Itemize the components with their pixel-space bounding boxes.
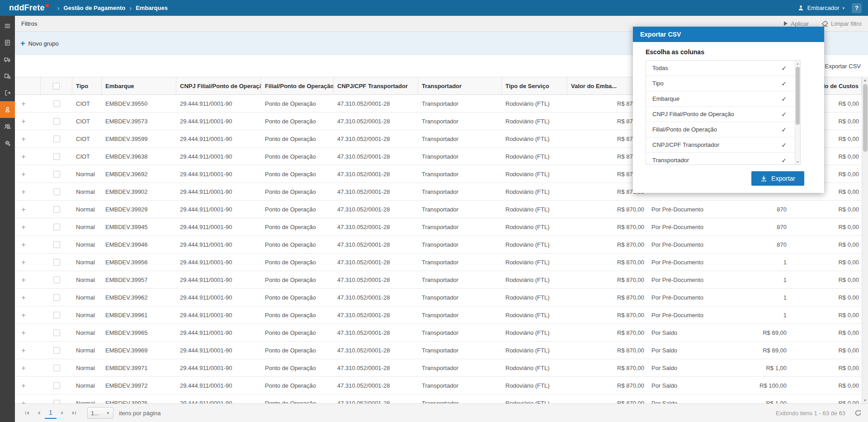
cell-saldo_custos: R$ 0,00 <box>790 377 862 394</box>
column-header-6[interactable]: CNPJ/CPF Transportador <box>334 77 418 94</box>
header-checkbox-cell[interactable] <box>41 77 72 94</box>
column-header-8[interactable]: Tipo de Serviço <box>502 77 567 94</box>
person-icon <box>797 5 804 11</box>
expand-row-button[interactable]: + <box>21 223 26 231</box>
expand-row-button[interactable]: + <box>21 117 26 125</box>
cell-valor: R$ 870,00 <box>567 289 648 306</box>
scroll-down-icon[interactable]: ▼ <box>862 397 868 403</box>
users-icon[interactable] <box>0 118 15 135</box>
hamburger-icon[interactable] <box>0 18 15 34</box>
cell-cnpj_transp: 47.310.052/0001-28 <box>334 377 418 394</box>
cell-valor: R$ 870,00 <box>567 201 648 218</box>
expand-row-button[interactable]: + <box>21 364 26 372</box>
export-button[interactable]: Exportar <box>751 171 804 186</box>
expand-row-button[interactable]: + <box>21 188 26 196</box>
column-option[interactable]: CNPJ Filial/Ponto de Operação✓ <box>646 107 800 122</box>
user-menu[interactable]: Embarcador ▾ <box>797 5 844 11</box>
breadcrumb-embarques[interactable]: Embarques <box>136 5 168 11</box>
column-header-4[interactable]: CNPJ Filial/Ponto de Operação <box>176 77 261 94</box>
column-list-scrollbar[interactable]: ▲ ▼ <box>795 61 800 164</box>
last-page-button[interactable] <box>68 407 80 419</box>
column-header-5[interactable]: Filial/Ponto de Operação <box>261 77 334 94</box>
row-checkbox[interactable] <box>53 188 60 195</box>
row-checkbox[interactable] <box>53 136 60 142</box>
scroll-down-icon[interactable]: ▼ <box>795 159 800 164</box>
row-checkbox[interactable] <box>53 153 60 160</box>
row-checkbox[interactable] <box>53 241 60 248</box>
expand-row-button[interactable]: + <box>21 329 26 337</box>
scroll-up-icon[interactable]: ▲ <box>795 61 800 66</box>
apply-filter-button[interactable]: Aplicar <box>783 20 809 27</box>
table-row: +NormalEMBDEV.3997229.444.911/0001-90Pon… <box>15 377 862 394</box>
clear-filter-button[interactable]: Limpar filtro <box>821 20 862 27</box>
expand-row-button[interactable]: + <box>21 382 26 389</box>
column-header-3[interactable]: Embarque <box>102 77 176 94</box>
expand-row-button[interactable]: + <box>21 206 26 213</box>
cell-tipo: CIOT <box>72 113 102 130</box>
column-header-2[interactable]: Tipo <box>72 77 102 94</box>
cell-servico: Rodoviário (FTL) <box>502 236 567 253</box>
column-option[interactable]: CNPJ/CPF Transportador✓ <box>646 137 800 153</box>
row-checkbox[interactable] <box>53 400 60 404</box>
expand-row-button[interactable]: + <box>21 347 26 354</box>
expand-row-button[interactable]: + <box>21 311 26 319</box>
logout-icon[interactable] <box>0 84 15 101</box>
row-checkbox[interactable] <box>53 365 60 371</box>
help-button[interactable]: ? <box>852 3 862 13</box>
row-checkbox[interactable] <box>53 118 60 125</box>
checkbox-cell <box>41 218 72 235</box>
column-option[interactable]: Tipo✓ <box>646 76 800 91</box>
user-icon[interactable] <box>0 101 15 118</box>
scrollbar-thumb[interactable] <box>863 84 868 152</box>
next-page-button[interactable] <box>57 407 68 419</box>
documents-icon[interactable] <box>0 34 15 51</box>
column-header-7[interactable]: Transportador <box>418 77 502 94</box>
search-package-icon[interactable] <box>0 68 15 84</box>
current-page-button[interactable]: 1 <box>45 407 57 419</box>
settings-icon[interactable] <box>0 135 15 151</box>
truck-icon[interactable] <box>0 51 15 68</box>
row-checkbox[interactable] <box>53 277 60 283</box>
refresh-button[interactable] <box>854 409 862 417</box>
row-checkbox[interactable] <box>53 259 60 266</box>
vertical-scrollbar[interactable]: ▲ ▼ <box>862 77 868 403</box>
row-checkbox[interactable] <box>53 224 60 230</box>
page-size-select[interactable]: 1... ▼ <box>87 407 113 419</box>
expand-row-button[interactable]: + <box>21 258 26 266</box>
cell-saldo_custos: R$ 0,00 <box>790 342 862 359</box>
expand-row-button[interactable]: + <box>21 276 26 284</box>
column-option[interactable]: Todas✓ <box>646 61 800 76</box>
row-checkbox[interactable] <box>53 294 60 301</box>
new-group-button[interactable]: + Novo grupo <box>20 39 59 47</box>
select-all-checkbox[interactable] <box>53 83 60 89</box>
table-row: +NormalEMBDEV.3996929.444.911/0001-90Pon… <box>15 342 862 359</box>
top-header: nddFrete › Gestão de Pagamento › Embarqu… <box>0 0 868 16</box>
row-checkbox[interactable] <box>53 382 60 389</box>
prev-page-button[interactable] <box>33 407 45 419</box>
expand-row-button[interactable]: + <box>21 100 26 108</box>
column-option[interactable]: Embarque✓ <box>646 91 800 107</box>
row-checkbox[interactable] <box>53 347 60 354</box>
row-checkbox[interactable] <box>53 171 60 178</box>
expand-row-button[interactable]: + <box>21 135 26 143</box>
expand-row-button[interactable]: + <box>21 294 26 301</box>
app-logo[interactable]: nddFrete <box>9 3 49 13</box>
expand-row-button[interactable]: + <box>21 399 26 404</box>
row-checkbox[interactable] <box>53 312 60 319</box>
expand-row-button[interactable]: + <box>21 241 26 249</box>
row-checkbox[interactable] <box>53 100 60 107</box>
column-option[interactable]: Transportador✓ <box>646 153 800 165</box>
row-checkbox[interactable] <box>53 206 60 213</box>
cell-valor: R$ 870,00 <box>567 324 648 341</box>
chevron-right-icon: › <box>57 4 60 12</box>
expand-row-button[interactable]: + <box>21 153 26 160</box>
first-page-button[interactable] <box>21 407 33 419</box>
column-option[interactable]: Filial/Ponto de Operação✓ <box>646 122 800 137</box>
cell-tipo: CIOT <box>72 148 102 165</box>
scroll-up-icon[interactable]: ▲ <box>862 77 868 83</box>
scrollbar-thumb[interactable] <box>796 67 800 125</box>
cell-embarque: EMBDEV.39961 <box>102 306 176 324</box>
breadcrumb-gestao-pagamento[interactable]: Gestão de Pagamento <box>64 5 126 11</box>
row-checkbox[interactable] <box>53 329 60 336</box>
expand-row-button[interactable]: + <box>21 170 26 178</box>
